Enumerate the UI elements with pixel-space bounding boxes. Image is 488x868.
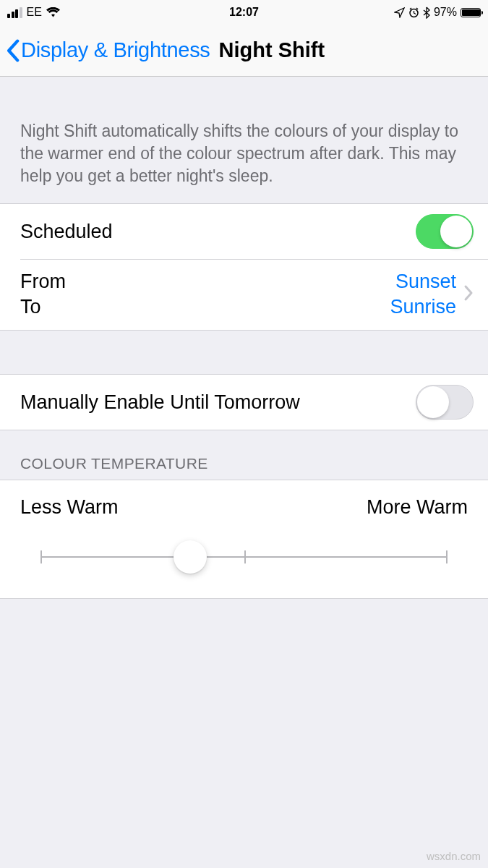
less-warm-label: Less Warm (20, 496, 119, 519)
status-left: EE (7, 6, 60, 19)
to-value: Sunrise (390, 294, 456, 320)
colour-temperature-header: COLOUR TEMPERATURE (0, 430, 488, 480)
chevron-left-icon (6, 39, 20, 62)
status-time: 12:07 (229, 6, 259, 19)
manual-group: Manually Enable Until Tomorrow (0, 374, 488, 430)
schedule-time-labels: From To (20, 269, 66, 320)
to-label: To (20, 294, 66, 320)
manual-toggle[interactable] (416, 385, 474, 420)
temperature-slider[interactable] (20, 540, 468, 574)
scheduled-row: Scheduled (0, 204, 488, 259)
manual-label: Manually Enable Until Tomorrow (20, 391, 300, 414)
night-shift-description: Night Shift automatically shifts the col… (0, 77, 488, 203)
from-value: Sunset (395, 269, 456, 294)
location-icon (394, 7, 405, 18)
manual-row: Manually Enable Until Tomorrow (0, 375, 488, 430)
alarm-icon (408, 7, 419, 18)
scheduled-toggle[interactable] (416, 214, 474, 249)
schedule-times-row[interactable]: From To Sunset Sunrise (0, 259, 488, 330)
signal-strength-icon (7, 7, 22, 18)
scheduled-group: Scheduled From To Sunset Sunrise (0, 203, 488, 331)
wifi-icon (46, 7, 60, 17)
slider-labels: Less Warm More Warm (20, 496, 468, 519)
back-button[interactable]: Display & Brightness (6, 38, 210, 62)
chevron-right-icon (463, 284, 474, 305)
page-title: Night Shift (219, 38, 325, 62)
watermark: wsxdn.com (427, 850, 481, 862)
carrier-label: EE (27, 6, 42, 19)
nav-bar: Display & Brightness Night Shift (0, 25, 488, 77)
back-label: Display & Brightness (21, 38, 210, 62)
battery-percent: 97% (434, 6, 457, 19)
spacer (0, 331, 488, 374)
colour-temperature-panel: Less Warm More Warm (0, 480, 488, 599)
more-warm-label: More Warm (367, 496, 468, 519)
status-bar: EE 12:07 97% (0, 0, 488, 25)
status-right: 97% (394, 6, 481, 19)
battery-icon (461, 8, 481, 17)
scheduled-label: Scheduled (20, 221, 113, 243)
slider-thumb[interactable] (174, 540, 207, 574)
from-label: From (20, 269, 66, 294)
schedule-time-values: Sunset Sunrise (390, 269, 456, 320)
bluetooth-icon (423, 7, 430, 19)
